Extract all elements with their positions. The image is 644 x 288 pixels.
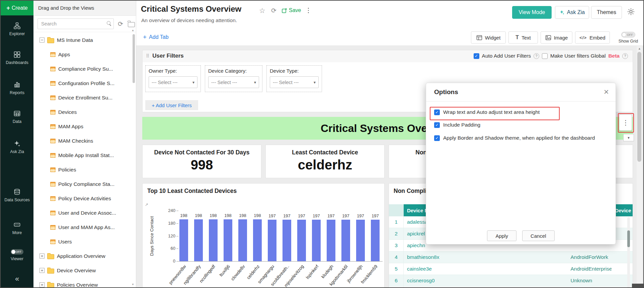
- drag-handle-icon[interactable]: ⠿: [146, 53, 149, 59]
- sidebar-item-ask-zia[interactable]: Ask Zia: [1, 140, 33, 155]
- sidebar-collapse-button[interactable]: «: [1, 275, 33, 283]
- bar-kgodsmark6l[interactable]: [341, 220, 350, 261]
- border-shadow-checkbox[interactable]: ✓: [434, 135, 440, 141]
- table-row-7[interactable]: 7rfarrari9IPhone: [389, 287, 633, 288]
- tree-view-users[interactable]: Users: [33, 234, 133, 249]
- text-button[interactable]: T Text: [508, 31, 538, 44]
- table-row-4[interactable]: 4bmathieson8xAndroidForWork: [389, 251, 633, 263]
- create-button[interactable]: + Create: [1, 1, 33, 15]
- embed-button[interactable]: </> Embed: [575, 31, 610, 44]
- save-button[interactable]: Save: [281, 7, 301, 13]
- table-scrollbar-thumb[interactable]: [627, 230, 630, 247]
- settings-gear-button[interactable]: [627, 7, 635, 17]
- viewer-toggle[interactable]: OFF: [11, 249, 23, 255]
- sidebar-item-explorer[interactable]: Explorer: [1, 22, 33, 37]
- kpi-card-least-contacted[interactable]: Least Contacted Device celderhz: [265, 145, 385, 178]
- owner-type-select[interactable]: --- Select --- ▾: [149, 76, 197, 88]
- scroll-up-icon[interactable]: ▲: [638, 47, 641, 50]
- refresh-views-icon[interactable]: ⟳: [118, 20, 123, 28]
- favorite-star-icon[interactable]: ☆: [259, 7, 265, 15]
- views-scroll-down-icon[interactable]: ▼: [132, 283, 134, 286]
- device-type-select[interactable]: --- Select --- ▾: [270, 76, 319, 88]
- bar-lspinkerf[interactable]: [312, 220, 321, 261]
- expand-box-icon[interactable]: +: [39, 282, 45, 287]
- image-button[interactable]: Image: [541, 31, 572, 44]
- folder-icon[interactable]: [128, 22, 135, 27]
- help-icon[interactable]: ?: [534, 53, 539, 59]
- sidebar-item-dashboards[interactable]: Dashboards: [1, 51, 33, 66]
- collapse-box-icon[interactable]: −: [39, 38, 45, 43]
- expand-box-icon[interactable]: +: [39, 268, 45, 273]
- refresh-dashboard-icon[interactable]: ⟳: [271, 7, 276, 14]
- close-icon[interactable]: ×: [604, 87, 609, 97]
- y-tick-label: 60: [161, 246, 175, 251]
- tree-view-configuration-profile-s[interactable]: Configuration Profile S...: [33, 76, 133, 90]
- tree-view-apps[interactable]: Apps: [33, 47, 133, 62]
- tree-view-user-and-mam-app-as[interactable]: User and MAM App As...: [33, 220, 133, 234]
- widget-options-kebab-button[interactable]: ⋮: [619, 115, 632, 131]
- table-row-5[interactable]: 5cainslee3eAndroidEnterprise: [389, 263, 633, 275]
- search-input[interactable]: [37, 18, 114, 29]
- cancel-button[interactable]: Cancel: [522, 230, 555, 241]
- include-padding-checkbox[interactable]: ✓: [434, 122, 440, 128]
- tree-folder-application-overview[interactable]: +Application Overview: [33, 249, 133, 263]
- sidebar-item-viewer[interactable]: OFF Viewer: [1, 249, 33, 262]
- tree-view-policies[interactable]: Policies: [33, 162, 133, 177]
- kpi-card-not-contacted[interactable]: Device Not Contacted For 30 Days 998: [142, 145, 261, 178]
- ask-zia-button[interactable]: Ask Zia: [555, 6, 589, 19]
- table-scrollbar[interactable]: [627, 217, 630, 288]
- table-row-6[interactable]: 6ccisnerosg0Unknown: [389, 275, 633, 287]
- tree-folder-policies-overview[interactable]: +Policies Overview: [33, 278, 133, 287]
- tree-folder-device-overview[interactable]: +Device Overview: [33, 263, 133, 278]
- tree-view-compliance-policy-su[interactable]: Compliance Policy Su...: [33, 62, 133, 76]
- tree-item-label: Users: [58, 239, 72, 245]
- main-scrollbar[interactable]: ▲: [637, 46, 642, 288]
- tree-view-policy-device-activities[interactable]: Policy Device Activities: [33, 191, 133, 206]
- auto-add-user-filters-checkbox[interactable]: ✓: [474, 53, 479, 59]
- tree-item-label: Application Overview: [57, 253, 105, 259]
- tree-view-mam-apps[interactable]: MAM Apps: [33, 119, 133, 134]
- add-tab-button[interactable]: + Add Tab: [143, 33, 169, 41]
- widget-button[interactable]: Widget: [471, 31, 506, 44]
- bar-pnewson8w[interactable]: [179, 219, 188, 261]
- bar-ncollingedf[interactable]: [209, 219, 218, 261]
- bar-scoldbreath[interactable]: [283, 220, 291, 261]
- view-mode-button[interactable]: View Mode: [512, 6, 552, 19]
- tree-view-policy-compliance-sta[interactable]: Policy Compliance Sta...: [33, 177, 133, 191]
- sidebar-item-data[interactable]: Data: [1, 110, 33, 125]
- bar-clowde8v[interactable]: [238, 219, 247, 261]
- tree-view-device-enrollment-su[interactable]: Device Enrollment Su...: [33, 90, 133, 105]
- views-scrollbar-thumb[interactable]: [133, 34, 135, 83]
- bar-celderhz[interactable]: [253, 219, 262, 261]
- bar-mjoselevitzog[interactable]: [297, 220, 306, 261]
- sidebar-item-data-sources[interactable]: Data Sources: [1, 188, 33, 203]
- themes-button[interactable]: Themes: [591, 6, 622, 19]
- tree-folder-ms-intune-data[interactable]: −MS Intune Data: [33, 33, 133, 47]
- make-filters-global-checkbox[interactable]: [542, 53, 548, 59]
- tree-view-mobile-app-install-stat[interactable]: Mobile App Install Stat...: [33, 148, 133, 162]
- bar-ngillibrandfy[interactable]: [194, 219, 203, 261]
- sidebar-item-more[interactable]: More: [1, 221, 33, 236]
- expand-box-icon[interactable]: +: [39, 254, 45, 259]
- main-scrollbar-thumb[interactable]: [637, 52, 641, 162]
- bar-fmicklem59[interactable]: [371, 220, 380, 261]
- add-user-filters-button[interactable]: + Add User Filters: [145, 100, 198, 110]
- views-scroll-up-icon[interactable]: ▲: [132, 29, 134, 32]
- apply-button[interactable]: Apply: [487, 230, 516, 241]
- sidebar-item-reports[interactable]: Reports: [1, 81, 33, 96]
- banner-dropdown-button[interactable]: ▾: [623, 134, 634, 141]
- tree-view-mam-checkins[interactable]: MAM Checkins: [33, 134, 133, 148]
- edit-toolbar: + Add Tab Widget T Text Image </> Embed …: [136, 29, 644, 46]
- bar-kludegh[interactable]: [327, 220, 335, 261]
- tree-view-user-and-device-assoc[interactable]: User and Device Assoc...: [33, 206, 133, 220]
- chart-panel[interactable]: Top 10 Least Contacted Devices ↗ Days Si…: [142, 183, 385, 288]
- header-kebab-icon[interactable]: ⋮: [305, 6, 312, 14]
- bar-smagnargu[interactable]: [268, 220, 276, 261]
- bar-jbrownelljh[interactable]: [356, 220, 365, 261]
- tree-view-devices[interactable]: Devices: [33, 105, 133, 119]
- bar-ltuxillj6[interactable]: [224, 219, 232, 261]
- help-icon[interactable]: ?: [622, 53, 628, 59]
- show-grid-toggle[interactable]: OFF: [621, 32, 635, 38]
- device-category-select[interactable]: --- Select --- ▾: [208, 76, 259, 88]
- wrap-text-checkbox[interactable]: ✓: [434, 110, 440, 115]
